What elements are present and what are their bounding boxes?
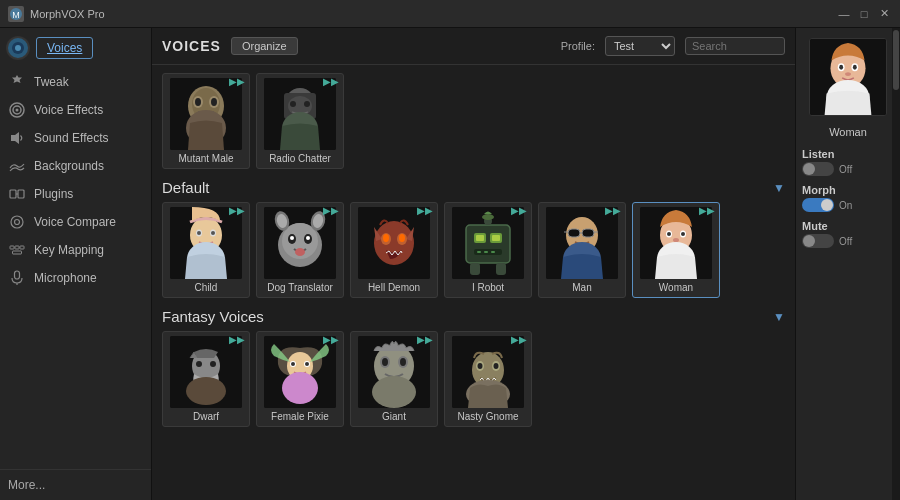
sidebar-item-key-mapping[interactable]: Key Mapping [0, 236, 151, 264]
svg-point-25 [195, 98, 201, 106]
svg-point-113 [372, 376, 416, 408]
svg-point-49 [295, 248, 305, 256]
svg-point-55 [374, 221, 414, 265]
mute-toggle-item: Mute Off [802, 220, 894, 248]
voice-compare-icon [8, 213, 26, 231]
voice-card-woman[interactable]: ▶▶ Woman [632, 202, 720, 298]
backgrounds-icon [8, 157, 26, 175]
voice-name-female-pixie: Female Pixie [271, 411, 329, 422]
close-button[interactable]: ✕ [876, 7, 892, 21]
svg-point-39 [197, 231, 201, 235]
voice-img-radio-chatter [264, 78, 336, 150]
organize-button[interactable]: Organize [231, 37, 298, 55]
sidebar-item-microphone[interactable]: Microphone [0, 264, 151, 292]
voice-img-mutant-male [170, 78, 242, 150]
voice-img-child [170, 207, 242, 279]
svg-rect-73 [496, 263, 506, 275]
voices-title: VOICES [162, 38, 221, 54]
voice-signal-nasty-gnome: ▶▶ [511, 334, 527, 345]
profile-label: Profile: [561, 40, 595, 52]
voices-nav-button[interactable]: Voices [36, 37, 93, 59]
sidebar-item-plugins[interactable]: Plugins [0, 180, 151, 208]
sidebar-item-tweak-label: Tweak [34, 75, 69, 89]
minimize-button[interactable]: — [836, 7, 852, 21]
svg-point-112 [400, 358, 406, 366]
sidebar-item-backgrounds[interactable]: Backgrounds [0, 152, 151, 180]
default-voices-grid: ▶▶ Child [162, 202, 785, 298]
svg-rect-16 [20, 246, 24, 249]
voice-card-radio-chatter[interactable]: ▶▶ Radio Chatter [256, 73, 344, 169]
maximize-button[interactable]: □ [856, 7, 872, 21]
voice-card-giant[interactable]: ▶▶ Giant [350, 331, 438, 427]
sidebar-item-voice-effects[interactable]: Voice Effects [0, 96, 151, 124]
voice-card-child[interactable]: ▶▶ Child [162, 202, 250, 298]
voice-card-dog-translator[interactable]: ▶▶ Dog Translator [256, 202, 344, 298]
svg-rect-81 [568, 229, 580, 237]
app-logo [6, 36, 30, 60]
voice-name-radio-chatter: Radio Chatter [269, 153, 331, 164]
listen-state: Off [839, 164, 852, 175]
svg-rect-72 [470, 263, 480, 275]
sidebar-item-tweak[interactable]: Tweak [0, 68, 151, 96]
voice-card-i-robot[interactable]: ▶▶ I Robot [444, 202, 532, 298]
svg-rect-69 [484, 251, 488, 253]
voice-card-man[interactable]: ▶▶ Man [538, 202, 626, 298]
voice-name-dwarf: Dwarf [193, 411, 219, 422]
sidebar-item-voice-effects-label: Voice Effects [34, 103, 103, 117]
right-panel-scrollbar[interactable] [892, 28, 900, 500]
section-arrow-fantasy[interactable]: ▼ [773, 310, 785, 324]
morph-track[interactable] [802, 198, 834, 212]
voice-img-hell-demon [358, 207, 430, 279]
morph-label: Morph [802, 184, 894, 196]
search-input[interactable] [685, 37, 785, 55]
voices-list: ▶▶ Mutant Male [152, 65, 795, 500]
voice-img-dwarf [170, 336, 242, 408]
section-arrow-default[interactable]: ▼ [773, 181, 785, 195]
svg-point-119 [494, 363, 499, 369]
sidebar-item-sound-effects[interactable]: Sound Effects [0, 124, 151, 152]
more-button[interactable]: More... [8, 478, 143, 492]
svg-point-13 [15, 220, 20, 225]
voice-name-man: Man [572, 282, 591, 293]
listen-track[interactable] [802, 162, 834, 176]
voice-name-child: Child [195, 282, 218, 293]
voice-card-dwarf[interactable]: ▶▶ Dwarf [162, 331, 250, 427]
svg-point-91 [667, 232, 671, 236]
svg-point-32 [290, 101, 296, 107]
preview-image [809, 38, 887, 116]
morph-toggle[interactable]: On [802, 198, 894, 212]
svg-point-92 [681, 232, 685, 236]
voice-img-man [546, 207, 618, 279]
voice-img-i-robot [452, 207, 524, 279]
voice-name-dog-translator: Dog Translator [267, 282, 333, 293]
svg-point-106 [282, 372, 318, 404]
svg-point-40 [211, 231, 215, 235]
listen-toggle[interactable]: Off [802, 162, 894, 176]
profile-select[interactable]: Test [605, 36, 675, 56]
tweak-icon [8, 73, 26, 91]
morph-state: On [839, 200, 852, 211]
app-title: MorphVOX Pro [30, 8, 836, 20]
voice-card-female-pixie[interactable]: ▶▶ Female Pixie [256, 331, 344, 427]
right-panel-scrollbar-thumb[interactable] [893, 30, 899, 90]
voice-effects-icon [8, 101, 26, 119]
fantasy-voices-grid: ▶▶ Dwarf [162, 331, 785, 427]
voice-card-hell-demon[interactable]: ▶▶ Hell Demon [350, 202, 438, 298]
svg-rect-15 [15, 246, 19, 249]
mute-toggle[interactable]: Off [802, 234, 894, 248]
voice-signal-mutant-male: ▶▶ [229, 76, 245, 87]
morph-toggle-item: Morph On [802, 184, 894, 212]
key-mapping-icon [8, 241, 26, 259]
mute-track[interactable] [802, 234, 834, 248]
svg-point-105 [305, 362, 309, 366]
svg-point-97 [196, 361, 202, 367]
svg-text:M: M [12, 10, 20, 20]
mute-knob [803, 235, 815, 247]
voice-card-mutant-male[interactable]: ▶▶ Mutant Male [162, 73, 250, 169]
voice-card-nasty-gnome[interactable]: ▶▶ Nasty Gnome [444, 331, 532, 427]
sidebar-item-voice-compare[interactable]: Voice Compare [0, 208, 151, 236]
sidebar-item-key-mapping-label: Key Mapping [34, 243, 104, 257]
app-icon: M [8, 6, 24, 22]
titlebar: M MorphVOX Pro — □ ✕ [0, 0, 900, 28]
listen-toggle-item: Listen Off [802, 148, 894, 176]
